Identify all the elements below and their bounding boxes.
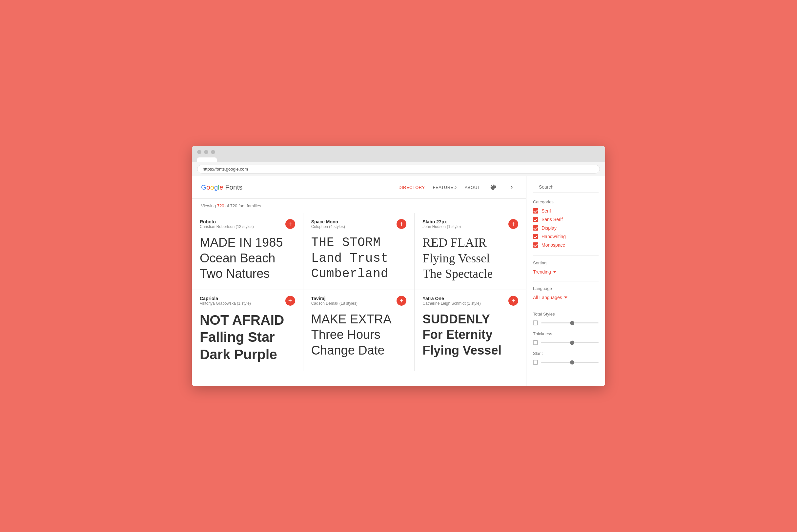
font-card-header: Space Mono Colophon (4 styles) + xyxy=(311,219,407,233)
font-preview: NOT AFRAIDFalling StarDark Purple xyxy=(200,311,295,363)
font-card-roboto: Roboto Christian Robertson (12 styles) +… xyxy=(192,213,303,290)
sorting-section: Sorting Trending xyxy=(533,261,599,274)
font-card-taviraj: Taviraj Cadson Demak (18 styles) + MAKE … xyxy=(303,290,415,372)
section-divider xyxy=(533,281,599,281)
checkbox-handwriting[interactable] xyxy=(533,234,538,239)
font-name: Yatra One xyxy=(422,296,480,301)
browser-tab-row xyxy=(197,157,600,162)
nav-more-icon[interactable] xyxy=(507,182,517,192)
font-card-info: Yatra One Catherine Leigh Schmidt (1 sty… xyxy=(422,296,480,310)
checkbox-display[interactable] xyxy=(533,225,538,231)
add-font-button[interactable]: + xyxy=(285,219,295,229)
sidebar: Categories Serif Sans Serif Display Hand… xyxy=(527,176,605,386)
browser-dot-green[interactable] xyxy=(211,150,215,154)
slant-track[interactable] xyxy=(541,362,599,363)
search-bar[interactable] xyxy=(533,182,599,193)
font-card-capriola: Capriola Viktoriya Grabowska (1 style) +… xyxy=(192,290,303,372)
category-item-display[interactable]: Display xyxy=(533,225,599,231)
category-item-serif[interactable]: Serif xyxy=(533,208,599,213)
language-dropdown[interactable]: All Languages xyxy=(533,295,599,300)
add-font-button[interactable]: + xyxy=(285,296,295,306)
thickness-thumb[interactable] xyxy=(570,340,574,345)
total-styles-checkbox[interactable] xyxy=(533,320,538,325)
font-meta: Christian Robertson (12 styles) xyxy=(200,224,254,229)
font-meta: Catherine Leigh Schmidt (1 style) xyxy=(422,301,480,306)
language-section: Language All Languages xyxy=(533,286,599,300)
font-count-number: 720 xyxy=(217,203,224,208)
font-name: Roboto xyxy=(200,219,254,224)
browser-window: https://fonts.google.com Google Fonts DI… xyxy=(192,146,605,386)
browser-chrome xyxy=(192,146,605,162)
font-count: Viewing 720 of 720 font families xyxy=(192,199,526,213)
main-content: Google Fonts DIRECTORY FEATURED ABOUT xyxy=(192,176,527,386)
nav-featured[interactable]: FEATURED xyxy=(433,185,457,190)
font-card-info: Capriola Viktoriya Grabowska (1 style) xyxy=(200,296,251,310)
font-preview: THE STORMLand TrustCumberland xyxy=(311,235,407,282)
slant-title: Slant xyxy=(533,351,599,356)
font-card-slabo: Slabo 27px John Hudson (1 style) + RED F… xyxy=(415,213,526,290)
add-font-button[interactable]: + xyxy=(508,296,518,306)
nav-directory[interactable]: DIRECTORY xyxy=(398,185,425,190)
total-styles-section: Total Styles xyxy=(533,311,599,325)
language-value: All Languages xyxy=(533,295,562,300)
search-input[interactable] xyxy=(539,184,596,190)
total-styles-thumb[interactable] xyxy=(570,321,574,325)
nav-links: DIRECTORY FEATURED ABOUT xyxy=(398,182,517,192)
category-label-sans-serif: Sans Serif xyxy=(542,217,563,222)
section-divider xyxy=(533,307,599,307)
category-item-monospace[interactable]: Monospace xyxy=(533,242,599,248)
slider-row xyxy=(533,320,599,325)
thickness-track[interactable] xyxy=(541,342,599,343)
slant-checkbox[interactable] xyxy=(533,360,538,365)
nav-about[interactable]: ABOUT xyxy=(465,185,480,190)
add-font-button[interactable]: + xyxy=(397,296,406,306)
sorting-dropdown[interactable]: Trending xyxy=(533,269,599,274)
nav-palette-icon[interactable] xyxy=(488,182,498,192)
slider-row xyxy=(533,360,599,365)
font-preview: MADE IN 1985Ocean BeachTwo Natures xyxy=(200,235,295,282)
font-name: Space Mono xyxy=(311,219,345,224)
total-styles-title: Total Styles xyxy=(533,311,599,317)
font-preview: MAKE EXTRAThree HoursChange Date xyxy=(311,311,407,359)
font-card-header: Capriola Viktoriya Grabowska (1 style) + xyxy=(200,296,295,310)
font-card-info: Taviraj Cadson Demak (18 styles) xyxy=(311,296,358,310)
font-meta: Viktoriya Grabowska (1 style) xyxy=(200,301,251,306)
browser-tab[interactable] xyxy=(197,157,217,162)
category-item-sans-serif[interactable]: Sans Serif xyxy=(533,217,599,222)
font-count-prefix: Viewing xyxy=(201,203,217,208)
language-title: Language xyxy=(533,286,599,291)
section-divider xyxy=(533,255,599,256)
category-label-monospace: Monospace xyxy=(542,242,565,248)
font-card-header: Yatra One Catherine Leigh Schmidt (1 sty… xyxy=(422,296,518,310)
font-card-space-mono: Space Mono Colophon (4 styles) + THE STO… xyxy=(303,213,415,290)
font-name: Capriola xyxy=(200,296,251,301)
font-card-info: Slabo 27px John Hudson (1 style) xyxy=(422,219,461,233)
font-preview: SUDDENLYFor EternityFlying Vessel xyxy=(422,311,518,359)
category-item-handwriting[interactable]: Handwriting xyxy=(533,234,599,239)
browser-address-bar: https://fonts.google.com xyxy=(192,162,605,176)
categories-title: Categories xyxy=(533,200,599,204)
browser-dot-red[interactable] xyxy=(197,150,202,154)
app-body: Google Fonts DIRECTORY FEATURED ABOUT xyxy=(192,176,605,386)
browser-dot-yellow[interactable] xyxy=(204,150,208,154)
total-styles-track[interactable] xyxy=(541,322,599,323)
checkbox-monospace[interactable] xyxy=(533,242,538,248)
add-font-button[interactable]: + xyxy=(397,219,406,229)
top-nav: Google Fonts DIRECTORY FEATURED ABOUT xyxy=(192,176,526,199)
font-preview: RED FLAIRFlying VesselThe Spectacle xyxy=(422,235,518,282)
thickness-checkbox[interactable] xyxy=(533,340,538,345)
checkbox-sans-serif[interactable] xyxy=(533,217,538,222)
thickness-title: Thickness xyxy=(533,331,599,336)
sorting-dropdown-arrow xyxy=(553,271,556,273)
category-label-handwriting: Handwriting xyxy=(542,234,566,239)
font-name: Slabo 27px xyxy=(422,219,461,224)
font-grid: Roboto Christian Robertson (12 styles) +… xyxy=(192,213,526,371)
font-card-yatra-one: Yatra One Catherine Leigh Schmidt (1 sty… xyxy=(415,290,526,372)
checkbox-serif[interactable] xyxy=(533,208,538,213)
add-font-button[interactable]: + xyxy=(508,219,518,229)
logo: Google Fonts xyxy=(201,183,242,191)
url-bar[interactable]: https://fonts.google.com xyxy=(197,165,600,173)
font-card-info: Roboto Christian Robertson (12 styles) xyxy=(200,219,254,233)
sorting-value: Trending xyxy=(533,269,551,274)
slant-thumb[interactable] xyxy=(570,360,574,364)
